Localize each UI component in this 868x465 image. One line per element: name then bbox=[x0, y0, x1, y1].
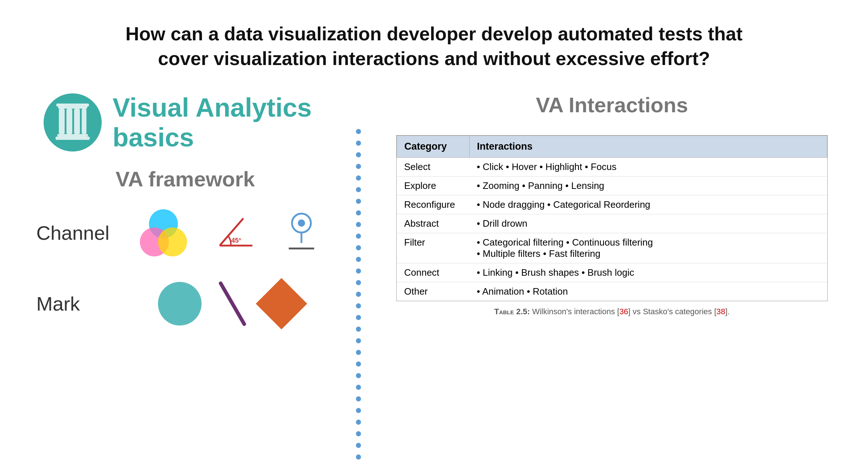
dot bbox=[356, 303, 361, 308]
cmy-circles-icon bbox=[140, 209, 187, 256]
table-caption: Table 2.5: Wilkinson's interactions [36]… bbox=[494, 307, 730, 316]
dot bbox=[356, 280, 361, 285]
table-row: Connect• Linking • Brush shapes • Brush … bbox=[397, 263, 827, 282]
svg-rect-4 bbox=[74, 109, 80, 134]
table-row: Explore• Zooming • Panning • Lensing bbox=[397, 177, 827, 195]
dot bbox=[356, 175, 361, 181]
title-line1: How can a data visualization developer d… bbox=[125, 23, 742, 44]
category-cell: Explore bbox=[397, 177, 470, 195]
interactions-cell: • Zooming • Panning • Lensing bbox=[470, 177, 827, 195]
svg-point-14 bbox=[298, 219, 305, 227]
svg-rect-7 bbox=[56, 137, 90, 140]
dot bbox=[356, 431, 361, 436]
mark-label: Mark bbox=[36, 292, 116, 315]
dot bbox=[356, 152, 361, 157]
category-cell: Select bbox=[397, 158, 470, 177]
dot bbox=[356, 268, 361, 274]
left-column: Visual Analytics basics VA framework Cha… bbox=[29, 93, 356, 441]
svg-rect-3 bbox=[66, 109, 72, 134]
dot bbox=[356, 373, 361, 378]
svg-rect-6 bbox=[57, 134, 88, 137]
dot bbox=[356, 454, 361, 460]
channel-icons: 45° bbox=[116, 209, 341, 256]
section-title: Visual Analytics basics bbox=[113, 93, 341, 152]
dot bbox=[356, 222, 361, 227]
visual-grid: Channel bbox=[29, 209, 341, 351]
table-header-row: Category Interactions bbox=[397, 136, 827, 158]
ref-38[interactable]: 38 bbox=[717, 307, 725, 316]
channel-label: Channel bbox=[36, 222, 116, 244]
pillar-icon bbox=[44, 93, 102, 151]
dot bbox=[356, 420, 361, 425]
ref-36[interactable]: 36 bbox=[619, 307, 628, 316]
mark-row: Mark bbox=[36, 278, 341, 329]
main-title: How can a data visualization developer d… bbox=[29, 22, 839, 71]
dot bbox=[356, 338, 361, 343]
dot bbox=[356, 199, 361, 204]
category-cell: Other bbox=[397, 282, 470, 301]
header: How can a data visualization developer d… bbox=[29, 22, 839, 71]
table-row: Other• Animation • Rotation bbox=[397, 282, 827, 301]
pin-svg bbox=[285, 212, 318, 252]
table-row: Reconfigure• Node dragging • Categorical… bbox=[397, 195, 827, 214]
dot bbox=[356, 257, 361, 262]
dot bbox=[356, 361, 361, 367]
svg-rect-2 bbox=[59, 109, 65, 134]
svg-rect-5 bbox=[82, 109, 86, 134]
dot bbox=[356, 315, 361, 320]
channel-row: Channel bbox=[36, 209, 341, 256]
dotted-divider bbox=[356, 93, 361, 441]
col-header-category: Category bbox=[397, 136, 470, 158]
mark-icons bbox=[116, 278, 341, 329]
va-framework-title: VA framework bbox=[29, 167, 341, 191]
caption-label: Table 2.5: bbox=[494, 307, 530, 316]
dot bbox=[356, 292, 361, 297]
interactions-cell: • Categorical filtering • Continuous fil… bbox=[470, 233, 827, 263]
dot bbox=[356, 408, 361, 413]
category-cell: Reconfigure bbox=[397, 195, 470, 214]
dot bbox=[356, 396, 361, 401]
dot bbox=[356, 245, 361, 250]
col-header-interactions: Interactions bbox=[470, 136, 827, 158]
pin-location-icon bbox=[285, 212, 318, 254]
interactions-cell: • Linking • Brush shapes • Brush logic bbox=[470, 263, 827, 282]
section-header: Visual Analytics basics bbox=[29, 93, 341, 152]
table-row: Filter• Categorical filtering • Continuo… bbox=[397, 233, 827, 263]
yellow-circle bbox=[158, 227, 187, 256]
dot bbox=[356, 327, 361, 332]
va-interactions-title: VA Interactions bbox=[385, 93, 839, 117]
dot bbox=[356, 164, 361, 169]
dot bbox=[356, 350, 361, 355]
main-content: Visual Analytics basics VA framework Cha… bbox=[29, 93, 839, 441]
pillar-svg bbox=[54, 101, 91, 144]
angle-icon: 45° bbox=[216, 213, 256, 253]
interactions-cell: • Drill drown bbox=[470, 214, 827, 233]
dot bbox=[356, 385, 361, 390]
interactions-table-wrapper: Category Interactions Select• Click • Ho… bbox=[396, 135, 828, 301]
category-cell: Filter bbox=[397, 233, 470, 263]
dot bbox=[356, 443, 361, 448]
right-column: VA Interactions Category Interactions Se… bbox=[356, 93, 839, 441]
dot bbox=[356, 210, 361, 215]
table-row: Abstract• Drill drown bbox=[397, 214, 827, 233]
category-cell: Connect bbox=[397, 263, 470, 282]
interactions-cell: • Click • Hover • Highlight • Focus bbox=[470, 158, 827, 177]
angle-svg: 45° bbox=[216, 213, 256, 253]
orange-diamond-icon bbox=[256, 278, 307, 329]
dot bbox=[356, 187, 361, 192]
page: How can a data visualization developer d… bbox=[0, 0, 868, 465]
svg-text:45°: 45° bbox=[231, 237, 241, 244]
table-row: Select• Click • Hover • Highlight • Focu… bbox=[397, 158, 827, 177]
diagonal-line-icon bbox=[218, 281, 247, 327]
interactions-table: Category Interactions Select• Click • Ho… bbox=[397, 136, 827, 301]
dot bbox=[356, 129, 361, 134]
dot bbox=[356, 234, 361, 239]
dot bbox=[356, 141, 361, 146]
interactions-cell: • Node dragging • Categorical Reordering bbox=[470, 195, 827, 214]
caption-text: Wilkinson's interactions [36] vs Stasko'… bbox=[532, 307, 730, 316]
title-line2: cover visualization interactions and wit… bbox=[158, 48, 710, 69]
category-cell: Abstract bbox=[397, 214, 470, 233]
teal-circle-icon bbox=[158, 282, 202, 326]
interactions-cell: • Animation • Rotation bbox=[470, 282, 827, 301]
